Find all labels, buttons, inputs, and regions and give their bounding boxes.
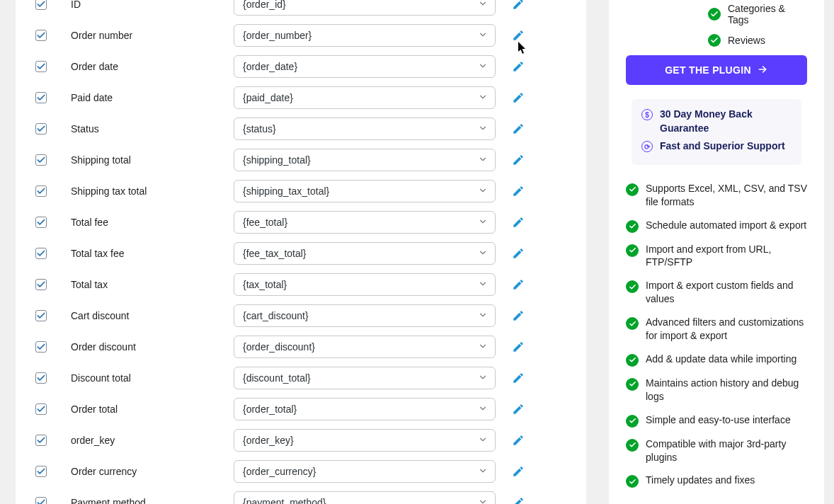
get-plugin-button[interactable]: GET THE PLUGIN	[626, 55, 807, 85]
field-value-select[interactable]: {order_number}	[234, 24, 496, 47]
field-enable-checkbox[interactable]	[35, 279, 47, 290]
feature-item: Supports Excel, XML, CSV, and TSV file f…	[626, 182, 807, 209]
field-enable-checkbox[interactable]	[35, 61, 47, 72]
edit-field-icon[interactable]	[504, 29, 532, 42]
feature-item: Schedule automated import & export	[626, 219, 807, 233]
field-enable-checkbox[interactable]	[35, 217, 47, 228]
edit-field-icon[interactable]	[504, 185, 532, 197]
check-icon	[626, 220, 639, 233]
field-label: Payment method	[71, 497, 234, 504]
field-value-select[interactable]: {cart_discount}	[234, 304, 496, 327]
field-value-select[interactable]: {order_total}	[234, 398, 496, 420]
feature-text: Simple and easy-to-use interface	[646, 413, 791, 427]
edit-field-icon[interactable]	[504, 278, 532, 291]
field-value-select[interactable]: {discount_total}	[234, 367, 496, 389]
field-label: order_key	[71, 435, 234, 446]
chevron-down-icon	[478, 217, 488, 229]
field-value-text: {order_date}	[243, 61, 297, 72]
field-row: Payment method{payment_method}	[16, 487, 586, 504]
field-enable-checkbox[interactable]	[35, 403, 47, 415]
field-value-select[interactable]: {order_date}	[234, 55, 496, 78]
field-value-text: {order_key}	[243, 435, 294, 446]
edit-field-icon[interactable]	[504, 91, 532, 104]
chevron-down-icon	[478, 466, 488, 478]
edit-field-icon[interactable]	[504, 434, 532, 447]
field-value-text: {shipping_tax_total}	[243, 185, 329, 197]
feature-item: Import & export custom fields and values	[626, 279, 807, 306]
field-value-select[interactable]: {paid_date}	[234, 86, 496, 109]
field-row: Order discount{order_discount}	[16, 331, 586, 362]
field-row: Total fee{fee_total}	[16, 207, 586, 238]
field-row: Order currency{order_currency}	[16, 456, 586, 487]
field-label: Order total	[71, 403, 234, 415]
edit-field-icon[interactable]	[504, 0, 532, 11]
field-enable-checkbox[interactable]	[35, 30, 47, 41]
field-enable-checkbox[interactable]	[35, 372, 47, 384]
field-row: Total tax{tax_total}	[16, 269, 586, 300]
support-icon: ⟳	[641, 141, 653, 152]
field-enable-checkbox[interactable]	[35, 185, 47, 197]
field-value-text: {order_id}	[243, 0, 286, 10]
field-value-select[interactable]: {shipping_total}	[234, 149, 496, 171]
check-icon	[626, 244, 639, 257]
field-row: Order total{order_total}	[16, 394, 586, 425]
field-enable-checkbox[interactable]	[35, 154, 47, 166]
field-label: Discount total	[71, 372, 234, 384]
check-icon	[626, 439, 639, 452]
feature-item: Maintains action history and debug logs	[626, 377, 807, 403]
field-enable-checkbox[interactable]	[35, 341, 47, 353]
field-value-select[interactable]: {order_id}	[234, 0, 496, 16]
field-value-select[interactable]: {payment_method}	[234, 491, 496, 504]
edit-field-icon[interactable]	[504, 154, 532, 166]
check-icon	[626, 317, 639, 330]
field-enable-checkbox[interactable]	[35, 123, 47, 134]
chevron-down-icon	[478, 435, 488, 447]
field-enable-checkbox[interactable]	[35, 435, 47, 446]
field-value-select[interactable]: {fee_tax_total}	[234, 242, 496, 265]
edit-field-icon[interactable]	[504, 403, 532, 416]
edit-field-icon[interactable]	[504, 372, 532, 384]
field-value-text: {order_currency}	[243, 466, 316, 477]
field-label: Order date	[71, 61, 234, 72]
edit-field-icon[interactable]	[504, 247, 532, 260]
field-enable-checkbox[interactable]	[35, 248, 47, 259]
edit-field-icon[interactable]	[504, 216, 532, 229]
chevron-down-icon	[478, 341, 488, 353]
field-value-select[interactable]: {status}	[234, 118, 496, 140]
check-icon	[626, 280, 639, 293]
edit-field-icon[interactable]	[504, 60, 532, 73]
feature-text: Compatible with major 3rd-party plugins	[646, 437, 807, 464]
feature-text: Schedule automated import & export	[646, 219, 806, 232]
field-label: Total fee	[71, 217, 234, 228]
field-label: Status	[71, 123, 234, 134]
field-value-text: {shipping_total}	[243, 154, 311, 166]
money-back-icon: $	[641, 109, 653, 120]
field-enable-checkbox[interactable]	[35, 310, 47, 321]
edit-field-icon[interactable]	[504, 496, 532, 504]
edit-field-icon[interactable]	[504, 309, 532, 322]
field-enable-checkbox[interactable]	[35, 497, 47, 504]
field-row: Discount total{discount_total}	[16, 362, 586, 394]
edit-field-icon[interactable]	[504, 465, 532, 478]
promo-label: Categories & Tags	[728, 3, 807, 25]
chevron-down-icon	[478, 123, 488, 135]
field-value-select[interactable]: {fee_total}	[234, 211, 496, 234]
field-label: Order discount	[71, 341, 234, 353]
field-value-select[interactable]: {order_currency}	[234, 460, 496, 483]
field-value-select[interactable]: {tax_total}	[234, 273, 496, 296]
field-enable-checkbox[interactable]	[35, 466, 47, 477]
edit-field-icon[interactable]	[504, 340, 532, 353]
field-value-select[interactable]: {order_discount}	[234, 336, 496, 358]
feature-text: Import & export custom fields and values	[646, 279, 807, 306]
field-enable-checkbox[interactable]	[35, 92, 47, 103]
field-enable-checkbox[interactable]	[35, 0, 47, 10]
field-row: Shipping tax total{shipping_tax_total}	[16, 176, 586, 207]
field-label: Total tax	[71, 279, 234, 290]
field-value-select[interactable]: {order_key}	[234, 429, 496, 452]
check-icon	[708, 8, 721, 21]
edit-field-icon[interactable]	[504, 122, 532, 135]
feature-text: Import and export from URL, FTP/SFTP	[646, 243, 807, 270]
feature-item: Compatible with major 3rd-party plugins	[626, 437, 807, 464]
field-value-select[interactable]: {shipping_tax_total}	[234, 180, 496, 202]
field-row: Shipping total{shipping_total}	[16, 144, 586, 176]
